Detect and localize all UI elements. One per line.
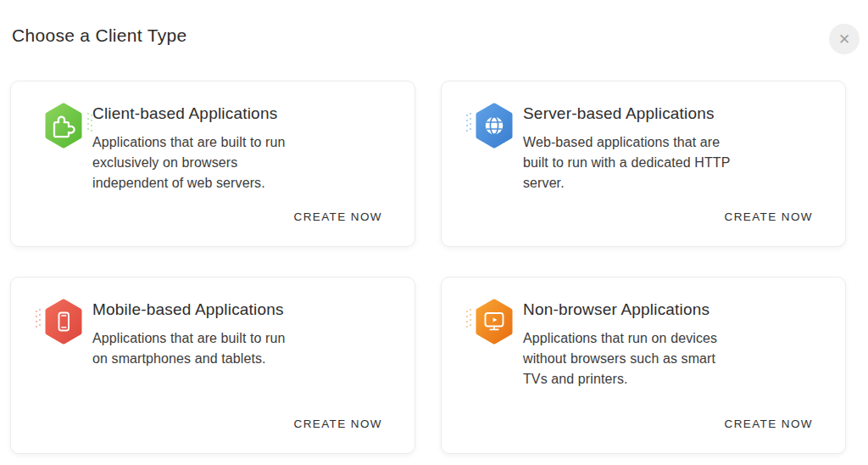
globe-icon: [474, 103, 515, 148]
card-description: Applications that run on devices without…: [523, 328, 717, 389]
page-title: Choose a Client Type: [12, 25, 186, 46]
close-button[interactable]: ✕: [829, 24, 860, 54]
close-icon: ✕: [838, 32, 850, 47]
halftone-dots: [464, 111, 472, 137]
halftone-dots: [464, 307, 472, 333]
smartphone-icon: [43, 299, 84, 345]
card-title: Server-based Applications: [523, 104, 715, 123]
card-non-browser[interactable]: Non-browser Applications Applications th…: [441, 277, 846, 454]
card-description: Web-based applications that are built to…: [523, 132, 730, 193]
create-now-link[interactable]: CREATE NOW: [725, 210, 814, 223]
create-now-link[interactable]: CREATE NOW: [725, 417, 814, 430]
card-title: Non-browser Applications: [523, 300, 709, 319]
card-title: Client-based Applications: [92, 104, 277, 123]
halftone-dots: [33, 307, 42, 333]
create-now-link[interactable]: CREATE NOW: [294, 210, 383, 223]
puzzle-icon: [43, 103, 84, 148]
card-description: Applications that are built to run exclu…: [92, 132, 286, 193]
card-client-based[interactable]: Client-based Applications Applications t…: [10, 81, 415, 247]
card-server-based[interactable]: Server-based Applications Web-based appl…: [441, 81, 846, 247]
card-description: Applications that are built to run on sm…: [92, 328, 286, 369]
card-title: Mobile-based Applications: [92, 300, 284, 319]
tv-play-icon: [474, 299, 515, 345]
card-mobile-based[interactable]: Mobile-based Applications Applications t…: [10, 277, 415, 454]
create-now-link[interactable]: CREATE NOW: [294, 417, 383, 430]
